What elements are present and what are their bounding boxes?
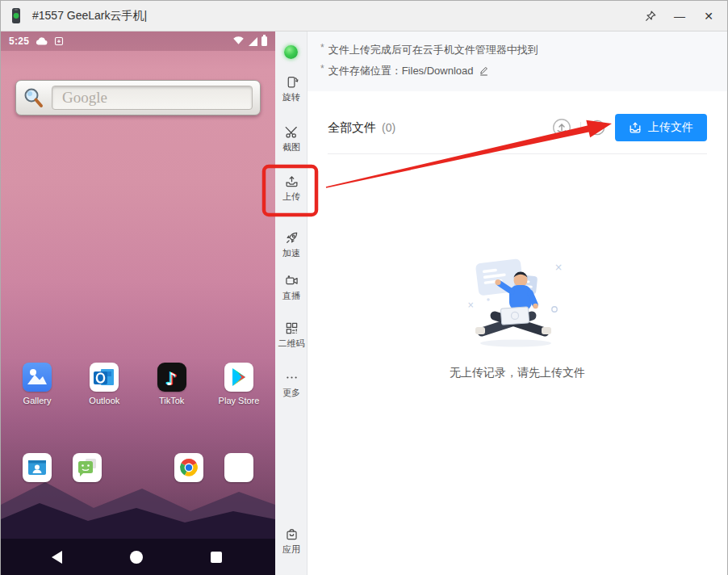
pin-icon[interactable] — [638, 5, 663, 27]
search-placeholder: Google — [62, 89, 107, 107]
apps-icon — [285, 527, 299, 541]
window-title: #1557 GeeLark云手机| — [32, 9, 147, 23]
svg-text:?: ? — [595, 123, 600, 132]
note-line-2: * 文件存储位置： Files/Download — [320, 61, 714, 82]
window-controls: — ✕ — [638, 5, 721, 27]
search-input[interactable]: Google — [52, 86, 253, 110]
toolbar-upload[interactable]: 上传 — [275, 174, 308, 203]
google-search-widget[interactable]: Google — [15, 80, 261, 115]
titlebar: #1557 GeeLark云手机| — ✕ — [1, 1, 727, 31]
toolbar-apps[interactable]: 应用 — [275, 527, 308, 556]
live-icon — [285, 274, 299, 288]
phone-app-icon — [9, 6, 25, 26]
cloud-upload-icon[interactable] — [551, 117, 572, 138]
note-line-1: * 文件上传完成后可在云手机文件管理器中找到 — [320, 40, 714, 61]
storage-path: Files/Download — [402, 61, 474, 81]
toolbar-speed[interactable]: 加速 — [275, 231, 308, 259]
svg-text:×: × — [467, 300, 474, 309]
phone-screen[interactable]: 5:25 — [1, 31, 275, 575]
cloud-status-icon — [36, 37, 48, 46]
qrcode-icon — [285, 321, 299, 335]
storage-label: 文件存储位置： — [328, 61, 402, 81]
upload-file-button[interactable]: 上传文件 — [615, 114, 707, 141]
sim-status-icon — [54, 36, 64, 46]
toolbar-live[interactable]: 直播 — [275, 274, 308, 302]
outlook-icon — [90, 363, 119, 392]
files-title: 全部文件 — [328, 120, 376, 136]
app-play-store[interactable]: Play Store — [223, 363, 255, 405]
files-header: 全部文件 (0) — [328, 114, 707, 141]
geelark-window: #1557 GeeLark云手机| — ✕ 5:25 — [0, 0, 728, 575]
play-store-icon — [224, 363, 253, 392]
dock-row — [1, 453, 275, 485]
toolbar-rotate[interactable]: 旋转 — [275, 75, 308, 103]
svg-text:×: × — [554, 262, 563, 273]
separator — [580, 122, 581, 133]
tiktok-icon: ♪ ♪ ♪ — [157, 363, 186, 392]
phone-toolbar: 旋转 截图 上传 — [275, 31, 308, 575]
gallery-icon — [23, 363, 52, 392]
magnifier-icon — [22, 86, 46, 114]
android-navbar — [1, 539, 275, 575]
app-tiktok[interactable]: ♪ ♪ ♪ TikTok — [156, 363, 188, 405]
app-outlook[interactable]: Outlook — [88, 363, 120, 405]
contacts-icon[interactable] — [23, 453, 52, 482]
recents-button[interactable] — [211, 552, 222, 563]
asterisk: * — [320, 59, 324, 79]
home-button[interactable] — [130, 551, 143, 564]
status-time: 5:25 — [9, 36, 29, 47]
toolbar-qrcode[interactable]: 二维码 — [275, 321, 308, 350]
upload-icon — [285, 174, 299, 188]
toolbar-screenshot[interactable]: 截图 — [275, 125, 308, 153]
messages-icon[interactable] — [73, 453, 102, 482]
camera-icon[interactable] — [224, 453, 253, 482]
empty-text: 无上传记录，请先上传文件 — [450, 366, 585, 380]
more-icon — [285, 371, 299, 384]
speed-icon — [285, 231, 299, 245]
svg-text:♪: ♪ — [165, 369, 177, 389]
back-button[interactable] — [52, 551, 62, 564]
minimize-button[interactable]: — — [667, 5, 692, 27]
chrome-icon[interactable] — [174, 453, 203, 482]
empty-state: × × — [328, 258, 707, 380]
upload-button-icon — [629, 121, 642, 134]
asterisk: * — [320, 38, 324, 58]
phone-statusbar: 5:25 — [1, 31, 275, 51]
screenshot-icon — [285, 125, 299, 139]
help-icon[interactable]: ? — [589, 120, 605, 136]
online-status-dot — [284, 45, 298, 59]
rotate-icon — [285, 75, 299, 89]
toolbar-more[interactable]: 更多 — [275, 371, 308, 399]
home-apps-row: Gallery Outlook — [1, 363, 275, 405]
files-count: (0) — [382, 121, 395, 134]
upload-notes: * 文件上传完成后可在云手机文件管理器中找到 * 文件存储位置： Files/D… — [308, 31, 727, 91]
app-gallery[interactable]: Gallery — [21, 363, 53, 405]
battery-icon — [261, 36, 267, 46]
wifi-icon — [232, 34, 245, 48]
header-divider — [328, 153, 707, 154]
signal-icon — [249, 37, 257, 46]
upload-panel: * 文件上传完成后可在云手机文件管理器中找到 * 文件存储位置： Files/D… — [308, 31, 727, 575]
close-button[interactable]: ✕ — [697, 5, 721, 27]
empty-illustration: × × — [464, 258, 571, 350]
edit-path-icon[interactable] — [479, 62, 489, 82]
